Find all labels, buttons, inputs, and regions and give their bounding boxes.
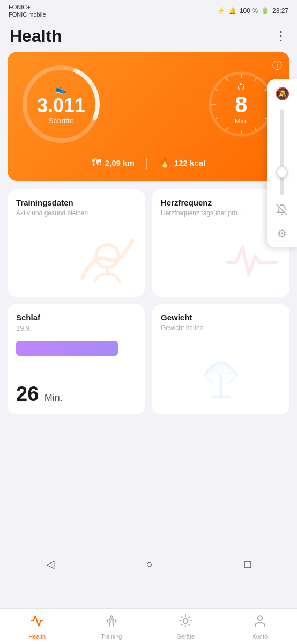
training-card-subtitle: Aktiv und gesund bleiben [16,209,136,217]
svg-line-10 [226,127,228,130]
home-gesture-button[interactable]: ○ [146,558,152,570]
status-bar: FONIC+ FONIC mobile ⚡ 🔔 100 % 🔋 23:27 [0,0,297,21]
settings-icon[interactable]: ⚙ [277,227,287,240]
app-header: Health ⋮ [0,21,297,52]
svg-line-14 [226,78,228,80]
stat-divider: | [145,157,148,169]
health-nav-label: Health [28,633,46,640]
geraete-nav-label: Geräte [176,633,195,640]
sleep-duration-unit: Min. [44,392,63,403]
recent-gesture-button[interactable]: □ [244,558,251,570]
herzfrequenz-card-subtitle: Herzfrequenz tagsüber prü... [161,209,281,217]
schlaf-date: 19.9. [16,324,136,332]
nav-item-health[interactable]: Health [18,614,56,640]
training-nav-label: Training [101,633,122,640]
training-bg-icon [70,222,145,297]
calories-stat: 🔥 122 kcal [159,157,205,169]
battery-icon: 🔋 [261,7,269,14]
steps-circle: 👟 3.011 Schritte [18,61,104,147]
bluetooth-icon: ⚡ [217,7,225,14]
steps-label: Schritte [37,116,85,125]
schlaf-card-title: Schlaf [16,313,136,322]
gewicht-bg-icon [189,346,253,410]
geraete-nav-icon [179,614,192,631]
distance-stat: 🗺 2,09 km [92,157,135,169]
svg-line-20 [277,204,287,215]
nav-item-konto[interactable]: Konto [241,614,279,640]
svg-line-13 [216,89,218,91]
gewicht-card-subtitle: Gewicht halten [161,324,281,332]
health-nav-icon [30,614,44,631]
status-right: ⚡ 🔔 100 % 🔋 23:27 [217,7,288,14]
gesture-bar: ◁ ○ □ [0,553,297,575]
bottom-nav: Health Training Geräte Kon [0,608,297,644]
notification-mute-icon[interactable] [276,204,288,218]
svg-line-18 [205,375,213,383]
svg-point-22 [183,619,188,624]
volume-slider-track[interactable] [280,109,284,195]
volume-slider-thumb[interactable] [276,166,288,178]
more-options-button[interactable]: ⋮ [274,28,287,43]
gewicht-card[interactable]: Gewicht Gewicht halten [152,304,289,414]
svg-line-8 [255,127,256,130]
battery-level: 100 % [240,7,258,14]
konto-nav-icon [253,614,267,631]
steps-count: 3.011 [37,96,85,115]
page-title: Health [10,26,62,46]
carrier-info: FONIC+ FONIC mobile [9,3,46,19]
sleep-duration-value: 26 [16,383,39,405]
time-display: 23:27 [272,7,288,14]
sleep-duration: 26 Min. [16,383,136,406]
network-name: FONIC mobile [9,11,46,18]
gewicht-card-title: Gewicht [161,313,281,322]
training-nav-icon [105,614,118,631]
activity-card-top: 👟 3.011 Schritte [18,61,279,147]
svg-line-19 [229,375,237,383]
timer-value: 8 [235,93,248,116]
clock-icon: ⏱ [235,83,248,92]
training-card[interactable]: Trainingsdaten Aktiv und gesund bleiben [8,189,145,297]
back-gesture-button[interactable]: ◁ [46,558,54,570]
volume-overlay: 🔕 ⚙ [267,79,297,247]
svg-point-21 [110,616,113,618]
timer-info: ⏱ 8 Min. [235,83,248,125]
distance-value: 2,09 km [105,158,135,167]
distance-icon: 🗺 [92,157,101,169]
nav-item-training[interactable]: Training [93,614,130,640]
sleep-bar [16,341,118,356]
fire-icon: 🔥 [159,157,170,169]
cards-grid-bottom: Schlaf 19.9. 26 Min. Gewicht Gewicht hal… [8,304,289,414]
konto-nav-label: Konto [252,633,268,640]
svg-point-23 [257,616,262,620]
bell-slash-icon: 🔔 [228,7,236,14]
activity-stats: 🗺 2,09 km | 🔥 122 kcal [18,157,279,169]
steps-info: 👟 3.011 Schritte [37,83,85,125]
herzfrequenz-card-title: Herzfrequenz [161,198,281,207]
calories-value: 122 kcal [174,158,205,167]
training-card-title: Trainingsdaten [16,198,136,207]
timer-label: Min. [235,117,248,125]
svg-line-11 [216,118,218,119]
cards-grid-top: Trainingsdaten Aktiv und gesund bleiben … [8,189,289,297]
nav-item-geraete[interactable]: Geräte [167,614,204,640]
shoe-icon: 👟 [37,83,85,95]
activity-card[interactable]: ⓘ 👟 3.011 Schritte [8,52,289,181]
svg-line-4 [255,78,256,80]
schlaf-card[interactable]: Schlaf 19.9. 26 Min. [8,304,145,414]
mute-icon[interactable]: 🔕 [275,87,289,101]
svg-point-15 [96,245,118,267]
carrier-name: FONIC+ [9,3,46,11]
